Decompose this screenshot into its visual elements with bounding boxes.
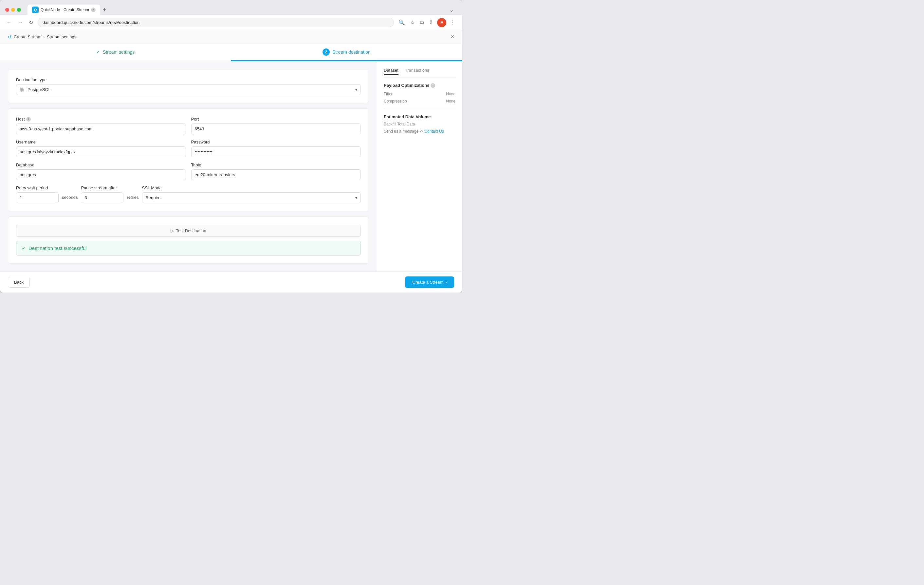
compression-label: Compression [384,99,407,104]
ssl-chevron-icon: ▾ [355,195,357,200]
connection-fields-card: Host i Port Username [8,108,369,211]
navigation-bar: ← → ↻ dashboard.quicknode.com/streams/ne… [0,15,462,30]
host-info-icon[interactable]: i [26,117,31,122]
retry-field-group: Retry wait period [16,185,59,203]
retries-suffix: retries [127,195,139,203]
password-label: Password [191,140,361,144]
breadcrumb: ↺ Create Stream › Stream settings × [0,30,462,44]
sidebar-tab-transactions[interactable]: Transactions [405,68,429,75]
contact-us-link[interactable]: Contact Us [424,129,444,134]
qn-logo-icon: Q [32,7,39,13]
password-field-group: Password [191,140,361,157]
download-icon[interactable]: ⇩ [427,18,434,27]
breadcrumb-separator: › [43,35,45,39]
maximize-traffic-light[interactable] [17,8,21,12]
ssl-mode-field-group: SSL Mode Require ▾ [142,185,361,203]
tab-close-button[interactable]: × [91,8,96,12]
password-input[interactable] [191,146,361,157]
ssl-mode-label: SSL Mode [142,185,361,190]
host-field-group: Host i [16,117,186,134]
payload-optimizations-title: Payload Optimizations i [384,83,455,88]
menu-icon[interactable]: ⋮ [449,18,457,27]
breadcrumb-current: Stream settings [47,35,76,39]
database-table-row: Database Table [16,162,361,180]
destination-type-label: Destination type [16,77,361,82]
table-field-group: Table [191,162,361,180]
table-label: Table [191,162,361,167]
pause-field-group: Pause stream after [81,185,124,203]
close-traffic-light[interactable] [5,8,9,12]
filter-label: Filter [384,92,393,96]
reload-button[interactable]: ↻ [28,18,35,27]
destination-type-select[interactable]: 🐘 PostgreSQL ▾ [16,84,361,95]
new-tab-button[interactable]: + [100,7,109,13]
minimize-traffic-light[interactable] [11,8,15,12]
database-input[interactable] [16,169,186,180]
success-check-icon: ✓ [21,245,26,251]
retry-input[interactable] [16,192,59,203]
breadcrumb-logo-icon: ↺ [8,35,12,40]
filter-value: None [446,92,455,96]
table-input[interactable] [191,169,361,180]
create-stream-label: Create a Stream [412,280,443,285]
host-port-row: Host i Port [16,117,361,134]
test-destination-card: ▷ Test Destination ✓ Destination test su… [8,216,369,264]
host-label: Host i [16,117,186,122]
port-label: Port [191,117,361,122]
back-nav-button[interactable]: ← [5,18,13,27]
compression-row: Compression None [384,99,455,104]
ssl-mode-select[interactable]: Require ▾ [142,192,361,203]
form-area: Destination type 🐘 PostgreSQL ▾ Host [0,61,377,271]
tab-title: QuickNode - Create Stream [41,8,89,12]
step-2-label: Stream destination [332,50,371,55]
database-label: Database [16,162,186,167]
forward-nav-button[interactable]: → [16,18,24,27]
url-text: dashboard.quicknode.com/streams/new/dest… [43,20,140,25]
pause-label: Pause stream after [81,185,124,190]
play-icon: ▷ [171,228,174,233]
seconds-suffix: seconds [62,195,78,203]
username-input[interactable] [16,146,186,157]
nav-icons: 🔍 ☆ ⧉ ⇩ F ⋮ [397,18,457,27]
extensions-icon[interactable]: ⧉ [419,18,425,27]
postgres-icon: 🐘 [20,87,25,92]
create-stream-button[interactable]: Create a Stream › [405,276,454,288]
chevron-down-icon: ▾ [355,88,357,92]
steps-header: ✓ Stream settings 2 Stream destination [0,44,462,61]
retry-label: Retry wait period [16,185,59,190]
payload-info-icon[interactable]: i [431,83,435,88]
app-content: ↺ Create Stream › Stream settings × ✓ St… [0,30,462,292]
test-destination-button[interactable]: ▷ Test Destination [16,225,361,237]
step-1-check-icon: ✓ [96,50,100,55]
step-2-number: 2 [322,48,330,56]
sidebar-tab-dataset[interactable]: Dataset [384,68,398,75]
breadcrumb-parent-link[interactable]: Create Stream [14,35,41,39]
user-avatar[interactable]: F [437,18,446,27]
host-input[interactable] [16,124,186,134]
sidebar-divider [384,109,455,109]
right-sidebar: Dataset Transactions Payload Optimizatio… [377,61,462,271]
url-bar[interactable]: dashboard.quicknode.com/streams/new/dest… [38,18,394,27]
active-tab[interactable]: Q QuickNode - Create Stream × [28,5,100,15]
step-2-stream-destination[interactable]: 2 Stream destination [231,44,462,61]
search-icon[interactable]: 🔍 [397,18,406,27]
back-button[interactable]: Back [8,277,30,288]
close-breadcrumb-button[interactable]: × [450,33,454,40]
sidebar-tabs: Dataset Transactions [384,68,455,78]
pause-input[interactable] [81,192,124,203]
main-body: Destination type 🐘 PostgreSQL ▾ Host [0,61,462,271]
destination-type-value: PostgreSQL [28,87,51,92]
estimated-data-volume-section: Estimated Data Volume Backfill Total Dat… [384,114,455,134]
success-banner: ✓ Destination test successful [16,241,361,256]
database-field-group: Database [16,162,186,180]
send-message-row: Send us a message -> Contact Us [384,129,455,134]
retry-pause-ssl-row: Retry wait period seconds Pause stream a… [16,185,361,203]
compression-value: None [446,99,455,104]
destination-type-card: Destination type 🐘 PostgreSQL ▾ [8,69,369,103]
window-controls-button[interactable]: ⌄ [447,5,457,15]
bookmark-icon[interactable]: ☆ [409,18,416,27]
username-field-group: Username [16,140,186,157]
step-1-stream-settings[interactable]: ✓ Stream settings [0,44,231,61]
test-destination-label: Test Destination [176,228,206,233]
port-input[interactable] [191,124,361,134]
